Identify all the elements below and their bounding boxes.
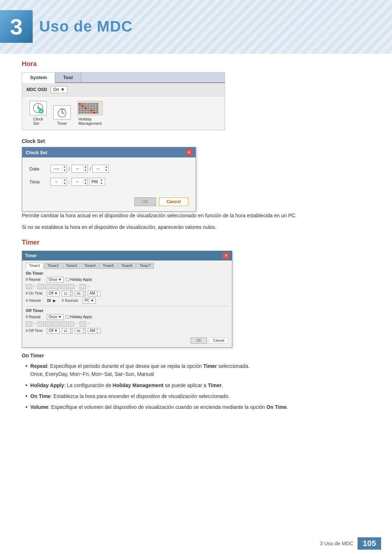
timer-tab-2[interactable]: Timer2 [44, 263, 62, 269]
on-day-box-3[interactable] [45, 284, 52, 289]
holiday-management-icon [77, 101, 103, 115]
on-repeat-arrow-icon: ▼ [58, 278, 62, 282]
timer-tab-3[interactable]: Timer3 [63, 263, 81, 269]
clock-set-cancel-button[interactable]: Cancel [159, 197, 188, 206]
timer-icon [53, 105, 71, 120]
timer-icon-item[interactable]: Timer [53, 105, 71, 126]
tab-tool[interactable]: Tool [55, 73, 81, 82]
page-number-bar: 3 Uso de MDC 105 [0, 533, 392, 554]
on-day-box-2[interactable] [37, 284, 44, 289]
on-day-box-7[interactable] [79, 284, 86, 289]
date-day-up[interactable]: ▲ [105, 165, 108, 169]
volume-arrow-right[interactable]: ▶ [53, 299, 56, 303]
off-day-box-7[interactable] [79, 321, 86, 327]
timer-tab-4[interactable]: Timer4 [81, 263, 99, 269]
time-min-up[interactable]: ▲ [84, 178, 87, 182]
on-time-hour-spinner[interactable]: 12 ▲ ▼ [62, 291, 73, 296]
off-day-box-5[interactable] [60, 321, 67, 327]
clock-set-icon-item[interactable]: ClockSet [29, 101, 47, 126]
time-hour-up[interactable]: ▲ [63, 178, 66, 182]
date-day-value: -- [93, 166, 104, 171]
mdc-osd-value: On [53, 87, 59, 92]
on-day-box-5[interactable] [60, 284, 67, 289]
off-day-box-1[interactable] [26, 321, 32, 327]
on-time-ampm: AM [90, 291, 95, 295]
off-day-box-3[interactable] [45, 321, 52, 327]
on-time-hour-arrows: ▲ ▼ [69, 291, 72, 296]
off-day-box-6[interactable] [68, 321, 74, 327]
timer-close-button[interactable]: ✕ [222, 253, 229, 259]
bullet-on-time: On Time: Establezca la hora para encende… [22, 392, 370, 400]
off-time-min-spinner[interactable]: 00 ▲ ▼ [75, 328, 86, 334]
on-day-box-6[interactable] [68, 284, 74, 289]
chapter-title: Uso de MDC [39, 18, 132, 35]
time-hour-spinner[interactable]: -- ▲ ▼ [50, 178, 67, 186]
off-timer-section-title: Off Timer [26, 308, 228, 313]
on-timer-section-title: On Timer [26, 271, 228, 275]
date-year-up[interactable]: ▲ [63, 165, 66, 169]
tab-system[interactable]: System [22, 73, 55, 83]
timer-footer: OK Cancel [26, 335, 228, 344]
timer-dialog: Timer ✕ Timer1 Timer2 Timer3 Timer4 Time… [22, 251, 232, 348]
off-time-hour-spinner[interactable]: 12 ▲ ▼ [62, 328, 73, 334]
time-min-arrows: ▲ ▼ [83, 178, 88, 186]
on-day-box-4[interactable] [53, 284, 59, 289]
date-month-up[interactable]: ▲ [84, 165, 87, 169]
time-min-spinner[interactable]: -- ▲ ▼ [72, 178, 88, 186]
off-timer-day-boxes: — — — [26, 321, 228, 327]
clock-set-close-button[interactable]: ✕ [185, 149, 192, 156]
on-time-min-spinner[interactable]: 00 ▲ ▼ [75, 291, 86, 296]
date-day-down[interactable]: ▼ [105, 169, 108, 172]
page-section-label: 3 Uso de MDC [320, 541, 353, 546]
on-day-box-1[interactable] [26, 284, 32, 289]
hora-toolbar: MDC OSD On ▼ [22, 83, 225, 97]
date-month-down[interactable]: ▼ [84, 169, 87, 172]
sources-arrow-icon: ▼ [90, 299, 94, 303]
ampm-up[interactable]: ▲ [100, 178, 103, 182]
off-time-hour: 12 [62, 329, 69, 333]
off-repeat-dropdown[interactable]: Once ▼ [47, 314, 64, 320]
clock-set-titlebar: Clock Set ✕ [22, 147, 196, 157]
on-day-sep-3: — [87, 284, 90, 289]
off-time-status-dropdown[interactable]: Off ▼ [47, 328, 60, 334]
timer-tab-6[interactable]: Timer6 [118, 263, 136, 269]
off-time-min: 00 [75, 329, 82, 333]
bullet-holiday-text: Holiday Apply: La configuración de Holid… [30, 381, 223, 389]
date-month-spinner[interactable]: -- ▲ ▼ [72, 165, 88, 173]
date-year-spinner[interactable]: ---- ▲ ▼ [50, 165, 67, 173]
date-year-down[interactable]: ▼ [63, 169, 66, 172]
bullet-holiday-timer-bold: Timer [208, 382, 222, 388]
date-day-spinner[interactable]: -- ▲ ▼ [92, 165, 109, 173]
off-time-ampm-dropdown[interactable]: AM ▲ ▼ [88, 328, 101, 334]
date-sep-1: / [69, 166, 70, 172]
mdc-osd-dropdown[interactable]: On ▼ [51, 86, 68, 93]
timer-ok-button[interactable]: OK [191, 337, 207, 344]
on-repeat-dropdown[interactable]: Once ▼ [47, 277, 64, 283]
on-holiday-apply[interactable]: Holiday Apply [66, 278, 92, 282]
off-day-box-4[interactable] [53, 321, 59, 327]
clock-set-ok-button[interactable]: OK [134, 197, 156, 206]
off-holiday-checkbox[interactable] [66, 315, 69, 319]
on-time-status-dropdown[interactable]: Off ▼ [47, 291, 60, 296]
ampm-select[interactable]: PM ▲ ▼ [89, 178, 105, 186]
off-day-box-2[interactable] [37, 321, 44, 327]
timer-cancel-button[interactable]: Cancel [209, 337, 228, 344]
dropdown-arrow-icon: ▼ [61, 87, 65, 92]
timer-tab-7[interactable]: Timer7 [136, 263, 154, 269]
timer-tab-5[interactable]: Timer5 [99, 263, 117, 269]
on-holiday-checkbox[interactable] [66, 278, 69, 281]
timer-body: Timer1 Timer2 Timer3 Timer4 Timer5 Timer… [22, 260, 232, 347]
time-min-down[interactable]: ▼ [84, 182, 87, 185]
off-repeat-label: # Repeat [26, 315, 45, 319]
off-holiday-apply[interactable]: Holiday Apply [66, 315, 92, 319]
clock-set-icon [29, 101, 47, 115]
time-hour-down[interactable]: ▼ [63, 182, 66, 185]
on-timer-day-boxes: — — — [26, 284, 228, 289]
sources-dropdown[interactable]: PC ▼ [83, 298, 96, 304]
bullet-repeat-text: Repeat: Especifique el periodo durante e… [30, 362, 250, 378]
timer-tab-1[interactable]: Timer1 [26, 263, 44, 269]
holiday-icon-item[interactable]: HolidayManagement [77, 101, 103, 126]
on-time-ampm-dropdown[interactable]: AM ▲ ▼ [88, 291, 101, 296]
ampm-down[interactable]: ▼ [100, 182, 103, 185]
off-time-label: # Off Time [26, 329, 45, 333]
